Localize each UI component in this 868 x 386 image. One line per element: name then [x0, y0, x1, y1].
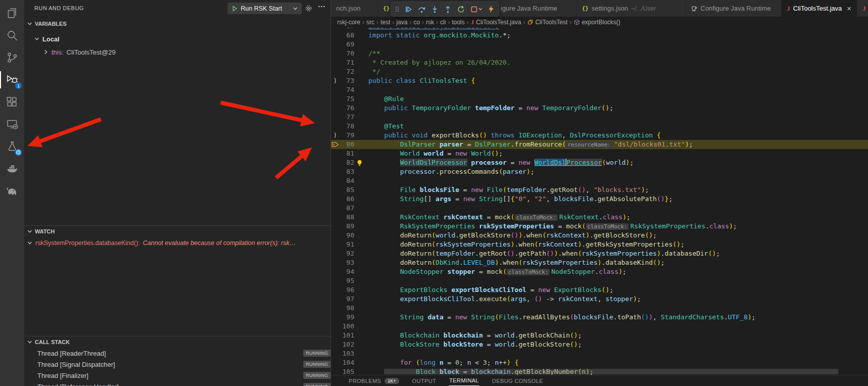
call-stack-section-header[interactable]: CALL STACK [24, 336, 331, 347]
call-stack-thread[interactable]: Thread [ReaderThread]RUNNING [24, 348, 331, 359]
gutter-decoration[interactable] [331, 340, 339, 349]
quick-fix-lightbulb[interactable] [354, 158, 363, 167]
gutter-decoration[interactable] [331, 49, 339, 58]
watch-expression-row[interactable]: rskSystemProperties.databaseKind(): Cann… [24, 237, 331, 249]
code-editor[interactable]: 67import static org.junit.Assert.*;68imp… [331, 28, 868, 375]
panel-tab-output[interactable]: OUTPUT [412, 375, 437, 386]
launch-config-dropdown[interactable]: Run RSK Start [228, 3, 302, 14]
code-line-87: 87 [331, 204, 868, 213]
tab-settings-json[interactable]: {}settings.json~/.../User [577, 0, 686, 17]
breadcrumb-item-co[interactable]: co [413, 19, 420, 26]
breadcrumb-item-rsk[interactable]: rsk [426, 19, 434, 26]
horizontal-scrollbar[interactable] [384, 369, 838, 374]
gutter-decoration[interactable] [331, 267, 339, 276]
activity-bar: 1 [0, 0, 24, 386]
breadcrumb-item-java[interactable]: java [396, 19, 407, 26]
gutter-decoration[interactable] [331, 349, 339, 358]
remote-explorer-icon[interactable] [0, 113, 24, 135]
tab-configure-java-runtime[interactable]: Configure Java Runtime [686, 0, 782, 17]
gutter-decoration[interactable] [331, 185, 339, 195]
docker-icon[interactable] [0, 158, 24, 180]
gutter-decoration[interactable] [331, 113, 339, 122]
fold-marker[interactable]: ) [331, 76, 339, 85]
gutter-decoration[interactable] [331, 331, 339, 340]
watch-section-header[interactable]: WATCH [24, 225, 331, 236]
gutter-decoration[interactable] [331, 322, 339, 331]
extensions-icon[interactable] [0, 91, 24, 113]
gutter-decoration[interactable] [331, 85, 339, 94]
gutter-decoration[interactable] [331, 313, 339, 322]
gutter-decoration[interactable] [331, 149, 339, 158]
gutter-decoration[interactable] [331, 285, 339, 295]
stop-icon[interactable] [470, 5, 482, 14]
breadcrumb-item-exportblocks-[interactable]: exportBlocks() [574, 19, 621, 26]
watch-expression: rskSystemProperties.databaseKind(): [35, 239, 140, 247]
step-out-icon[interactable] [444, 5, 452, 14]
continue-icon[interactable] [404, 5, 413, 14]
panel-tab-terminal[interactable]: TERMINAL [449, 375, 479, 386]
tab-clitoolstest-java[interactable]: JCliToolsTest.java× [782, 0, 857, 17]
panel-tab-debug-console[interactable]: DEBUG CONSOLE [492, 375, 543, 386]
step-into-icon[interactable] [430, 5, 439, 14]
gutter-decoration[interactable] [331, 295, 339, 304]
gutter-decoration[interactable] [331, 158, 339, 167]
gutter-decoration[interactable] [331, 240, 339, 249]
gutter-decoration[interactable] [331, 304, 339, 313]
debug-current-line-arrow[interactable] [331, 140, 339, 149]
gear-icon[interactable] [305, 5, 312, 12]
gutter-decoration[interactable] [331, 167, 339, 176]
gutter-decoration[interactable] [331, 213, 339, 222]
variables-scope-local[interactable]: Local [24, 33, 331, 44]
gutter-decoration[interactable] [331, 231, 339, 240]
breadcrumb-item-src[interactable]: src [366, 19, 374, 26]
more-actions-icon[interactable]: ··· [318, 2, 326, 11]
fold-marker[interactable]: ) [331, 131, 339, 140]
search-icon[interactable] [0, 24, 24, 46]
gutter-decoration[interactable] [331, 222, 339, 231]
toolbar-drag-grip[interactable] [395, 5, 400, 13]
gutter-decoration[interactable] [331, 195, 339, 204]
gutter-decoration[interactable] [331, 122, 339, 131]
gutter-decoration[interactable] [331, 367, 339, 375]
code-text [363, 204, 368, 213]
gutter-decoration[interactable] [331, 58, 339, 67]
source-control-icon[interactable] [0, 46, 24, 69]
chevron-down-icon [27, 229, 32, 234]
gutter-decoration[interactable] [331, 276, 339, 285]
close-icon[interactable]: × [847, 5, 851, 12]
problems-count-badge: 1K+ [385, 378, 399, 384]
testing-flask-icon[interactable] [0, 135, 24, 158]
variables-section-header[interactable]: VARIABLES [24, 18, 331, 29]
run-and-debug-icon[interactable]: 1 [0, 69, 24, 91]
gutter-decoration[interactable] [331, 31, 339, 40]
step-over-icon[interactable] [417, 5, 426, 14]
hot-code-replace-icon[interactable] [487, 5, 495, 13]
call-stack-thread[interactable]: Thread [Finalizer]RUNNING [24, 370, 331, 381]
gutter-decoration[interactable] [331, 40, 339, 49]
breadcrumb-item-cli[interactable]: cli [440, 19, 446, 26]
gutter-decoration[interactable] [331, 258, 339, 267]
gutter-decoration[interactable] [331, 176, 339, 185]
gutter-decoration[interactable] [331, 67, 339, 76]
gradle-elephant-icon[interactable] [0, 180, 24, 202]
breadcrumb-item-clitoolstest-java[interactable]: JCliToolsTest.java [471, 18, 521, 26]
breadcrumb-item-test[interactable]: test [381, 19, 390, 26]
tab-label: nch.json [336, 5, 360, 12]
breadcrumb-item-rskj-core[interactable]: rskj-core [337, 19, 360, 26]
call-stack-thread[interactable]: Thread [Reference Handler]RUNNING [24, 381, 331, 386]
explorer-icon[interactable] [0, 2, 24, 24]
gutter-decoration[interactable] [331, 204, 339, 213]
restart-icon[interactable] [457, 5, 465, 14]
breadcrumb-item-tools[interactable]: tools [452, 19, 464, 26]
gutter-decoration[interactable] [331, 358, 339, 367]
gutter-decoration[interactable] [331, 249, 339, 258]
gutter-decoration[interactable] [331, 104, 339, 113]
panel-tab-problems[interactable]: PROBLEMS1K+ [349, 375, 399, 386]
thread-name: Thread [Finalizer] [24, 372, 88, 379]
tab-launch-json[interactable]: nch.json [331, 0, 378, 17]
breadcrumb-item-clitoolstest[interactable]: CliToolsTest [527, 19, 568, 26]
gutter-decoration[interactable] [331, 94, 339, 104]
tab-next-java-tab[interactable]: J [857, 0, 868, 17]
call-stack-thread[interactable]: Thread [Signal Dispatcher]RUNNING [24, 359, 331, 370]
variable-this[interactable]: this: CliToolsTest@29 [24, 46, 331, 58]
